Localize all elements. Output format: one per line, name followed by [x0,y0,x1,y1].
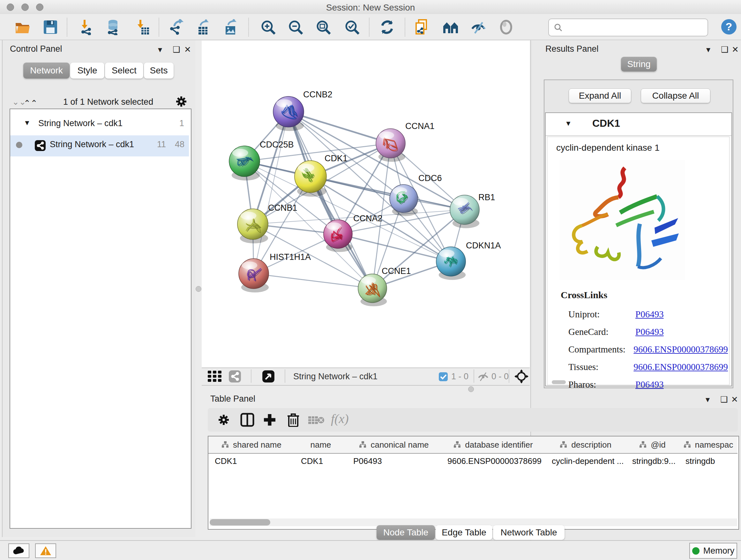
column-header-label: shared name [233,440,281,450]
control-panel-menu-icon[interactable]: ▾ [158,45,162,55]
collapse-triangle-icon[interactable]: ▼ [23,119,30,127]
column-header-description[interactable]: description [545,436,626,454]
network-canvas[interactable]: CCNB2CCNA1CDC25BCDK1CDC6RB1CCNB1CCNA2CDK… [202,41,530,368]
left-splitter-handle[interactable] [196,286,201,292]
help-icon[interactable]: ? [721,18,737,35]
show-columns-icon[interactable] [240,413,254,427]
add-column-icon[interactable] [263,413,277,427]
column-header-label: @id [651,440,666,450]
tab-node-table[interactable]: Node Table [377,525,435,540]
share-view-icon[interactable] [228,370,241,383]
scrollbar-thumb[interactable] [210,519,270,525]
save-session-icon[interactable] [43,19,58,35]
node-RB1[interactable] [450,195,479,228]
node-CCNE1[interactable] [358,274,387,306]
edge-CCNB2-CCNE1[interactable] [288,112,373,288]
tab-network-table[interactable]: Network Table [493,525,564,540]
column-header-namespac[interactable]: namespac [679,436,738,454]
crosslink-value-link[interactable]: 9606.ENSP00000378699 [633,344,728,355]
control-panel-float-icon[interactable]: ❑ [173,45,180,55]
node-CDC6[interactable] [390,185,418,216]
results-panel-close-icon[interactable]: ✕ [732,45,739,55]
table-cell[interactable]: cyclin-dependent ... [552,454,624,469]
expand-all-button[interactable]: Expand All [569,88,631,103]
column-header-name[interactable]: name [294,436,347,454]
tab-sets[interactable]: Sets [144,63,174,78]
column-header-database-identifier[interactable]: database identifier [441,436,545,454]
show-all-icon[interactable] [498,19,514,35]
table-panel-menu-icon[interactable]: ▾ [705,395,710,405]
import-database-icon[interactable] [105,19,121,35]
column-header--id[interactable]: @id [626,436,679,454]
collapse-all-button[interactable]: Collapse All [641,88,711,103]
table-cell[interactable]: CDK1 [215,454,293,469]
node-HIST1H1A[interactable] [239,259,269,293]
crosslink-value-link[interactable]: 9606.ENSP00000378699 [633,362,728,372]
export-image-icon[interactable] [223,19,239,35]
table-panel-float-icon[interactable]: ❑ [720,395,728,405]
table-cell[interactable]: 9606.ENSP00000378699 [448,454,544,469]
first-neighbors-icon[interactable] [443,19,459,35]
table-cell[interactable]: stringdb [685,454,736,469]
tab-edge-table[interactable]: Edge Table [435,525,492,540]
zoom-in-icon[interactable] [260,19,276,35]
export-network-icon[interactable] [168,19,184,35]
selected-checkbox-icon[interactable] [439,372,448,381]
node-CDC25B[interactable] [229,146,260,180]
import-network-icon[interactable] [78,19,94,35]
tab-network[interactable]: Network [23,63,70,78]
delete-trash-icon[interactable] [286,412,300,427]
export-table-icon[interactable] [195,19,211,35]
table-cell[interactable]: CDK1 [301,454,346,469]
refresh-icon[interactable] [379,19,395,35]
grid-view-icon[interactable] [208,371,222,382]
node-CDK1[interactable] [294,161,327,197]
gear-icon[interactable] [175,95,188,108]
mini-scrollbar[interactable] [552,380,566,384]
node-CCNB1[interactable] [238,209,268,243]
node-CCNA2[interactable] [324,220,352,252]
crosslink-value-link[interactable]: P06493 [635,379,664,390]
network-group-row[interactable]: ▼ String Network – cdk1 1 [10,114,189,135]
edge-CCNB2-HIST1H1A[interactable] [254,112,288,273]
network-status-dot [16,142,22,148]
results-panel-menu-icon[interactable]: ▾ [706,45,711,55]
table-cell[interactable]: P06493 [353,454,440,469]
hidden-eye-icon[interactable] [477,371,489,381]
results-panel-float-icon[interactable]: ❑ [721,45,728,55]
column-header-canonical-name[interactable]: canonical name [347,436,441,454]
hide-selected-icon[interactable] [470,19,486,35]
import-table-icon[interactable] [134,19,150,35]
table-settings-gear-icon[interactable] [217,414,230,426]
clone-network-icon[interactable] [414,19,430,35]
section-collapse-icon[interactable]: ▼ [565,119,572,128]
zoom-fit-icon[interactable] [315,19,331,35]
crosslink-value-link[interactable]: P06493 [635,309,664,320]
control-panel-close-icon[interactable]: ✕ [184,45,191,55]
section-header[interactable]: ▼ CDK1 [546,113,731,136]
crosslink-value-link[interactable]: P06493 [635,327,664,337]
crosslink-row: GeneCard:P06493 [568,323,728,341]
search-input[interactable] [548,18,708,37]
warning-button[interactable] [35,543,56,558]
birdseye-crosshair-icon[interactable] [515,369,529,383]
zoom-selected-icon[interactable] [344,19,360,35]
memory-button[interactable]: Memory [689,543,737,559]
expand-all-icon[interactable]: ⌃⌃ [23,98,38,108]
column-header-shared-name[interactable]: shared name [208,436,294,454]
edge-CCNB2-CCNA1[interactable] [288,112,391,143]
table-cell[interactable]: stringdb:9... [632,454,678,469]
detach-view-icon[interactable] [262,370,275,383]
edge-HIST1H1A-CCNE1[interactable] [254,273,373,288]
tab-select[interactable]: Select [105,63,143,78]
table-panel-close-icon[interactable]: ✕ [731,395,738,405]
node-CCNA1[interactable] [376,129,405,162]
node-CDKN1A[interactable] [436,247,466,280]
tab-style[interactable]: Style [70,63,105,78]
node-CCNB2[interactable] [273,97,304,131]
network-row-selected[interactable]: String Network – cdk1 11 48 [10,135,189,157]
cloud-button[interactable] [8,543,29,558]
zoom-out-icon[interactable] [287,19,304,35]
open-session-icon[interactable] [14,19,30,35]
tab-string[interactable]: String [621,57,657,71]
